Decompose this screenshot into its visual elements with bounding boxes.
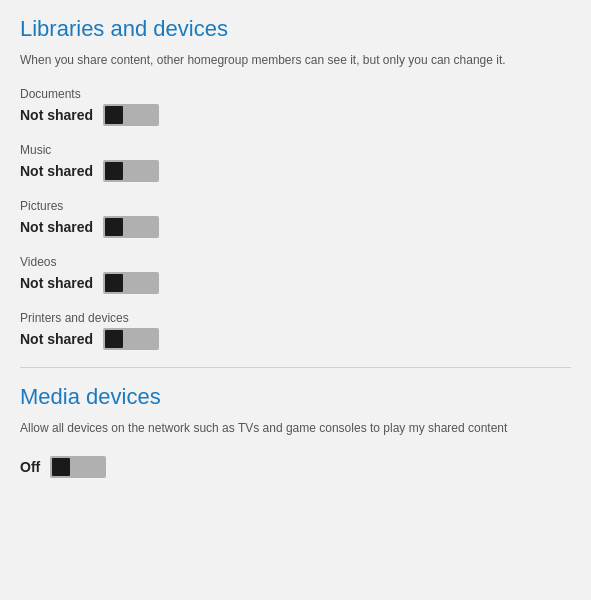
media-description: Allow all devices on the network such as… — [20, 420, 571, 437]
printers-item: Printers and devices Not shared — [20, 311, 571, 351]
pictures-status: Not shared — [20, 219, 93, 235]
documents-status: Not shared — [20, 107, 93, 123]
pictures-toggle[interactable] — [103, 215, 159, 239]
documents-label: Documents — [20, 87, 571, 101]
printers-toggle-track — [103, 328, 159, 350]
documents-toggle-thumb — [105, 106, 123, 124]
documents-toggle[interactable] — [103, 103, 159, 127]
media-section: Media devices Allow all devices on the n… — [20, 384, 571, 479]
printers-status: Not shared — [20, 331, 93, 347]
music-toggle-thumb — [105, 162, 123, 180]
media-devices-toggle[interactable] — [50, 455, 106, 479]
media-devices-item: Off — [20, 455, 571, 479]
music-status: Not shared — [20, 163, 93, 179]
documents-item: Documents Not shared — [20, 87, 571, 127]
pictures-label: Pictures — [20, 199, 571, 213]
pictures-item: Pictures Not shared — [20, 199, 571, 239]
music-toggle[interactable] — [103, 159, 159, 183]
videos-toggle[interactable] — [103, 271, 159, 295]
videos-toggle-track — [103, 272, 159, 294]
videos-toggle-thumb — [105, 274, 123, 292]
pictures-toggle-track — [103, 216, 159, 238]
printers-toggle-thumb — [105, 330, 123, 348]
printers-toggle[interactable] — [103, 327, 159, 351]
media-title: Media devices — [20, 384, 571, 410]
music-toggle-track — [103, 160, 159, 182]
music-item: Music Not shared — [20, 143, 571, 183]
pictures-toggle-thumb — [105, 218, 123, 236]
videos-status: Not shared — [20, 275, 93, 291]
libraries-description: When you share content, other homegroup … — [20, 52, 571, 69]
media-devices-toggle-track — [50, 456, 106, 478]
libraries-title: Libraries and devices — [20, 16, 571, 42]
music-label: Music — [20, 143, 571, 157]
videos-item: Videos Not shared — [20, 255, 571, 295]
section-divider — [20, 367, 571, 368]
documents-toggle-track — [103, 104, 159, 126]
printers-label: Printers and devices — [20, 311, 571, 325]
libraries-section: Libraries and devices When you share con… — [20, 16, 571, 351]
media-devices-status: Off — [20, 459, 40, 475]
videos-label: Videos — [20, 255, 571, 269]
media-devices-toggle-thumb — [52, 458, 70, 476]
